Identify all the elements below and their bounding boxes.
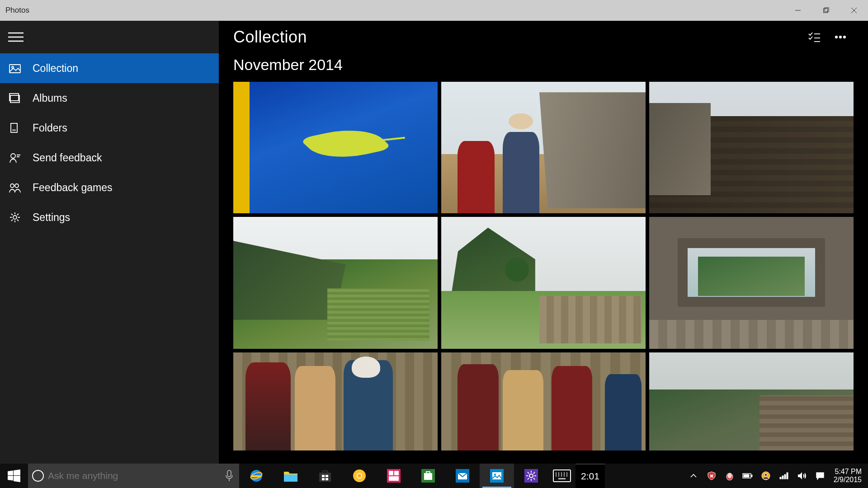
- taskbar-app-mail[interactable]: [445, 464, 480, 488]
- tray-app-icon[interactable]: [721, 471, 739, 480]
- canary-icon: [352, 469, 367, 483]
- photo-thumbnail[interactable]: [233, 82, 438, 213]
- sidebar-item-label: Albums: [33, 92, 67, 104]
- maximize-button[interactable]: [812, 0, 840, 21]
- photo-thumbnail[interactable]: [649, 82, 854, 213]
- photo-thumbnail[interactable]: [649, 352, 854, 450]
- mail-icon: [456, 469, 469, 483]
- minimize-icon: [795, 7, 801, 14]
- sidebar-item-label: Feedback games: [33, 182, 112, 194]
- more-button[interactable]: [827, 24, 854, 50]
- taskbar-clock[interactable]: 5:47 PM 2/9/2015: [829, 468, 868, 484]
- sidebar-item-feedback-games[interactable]: Feedback games: [0, 173, 219, 202]
- sidebar-item-folders[interactable]: Folders: [0, 113, 219, 143]
- tray-notifications-icon[interactable]: [811, 472, 829, 480]
- cortana-icon: [28, 470, 48, 482]
- close-button[interactable]: [840, 0, 868, 21]
- clock-date: 2/9/2015: [834, 476, 862, 484]
- taskbar-app-store[interactable]: [308, 464, 342, 488]
- hamburger-icon: [8, 32, 24, 42]
- windows-icon: [8, 469, 20, 482]
- sidebar-item-collection[interactable]: Collection: [0, 53, 219, 83]
- tray-overflow-button[interactable]: [684, 474, 703, 478]
- svg-rect-36: [389, 471, 393, 475]
- taskbar-app-settings[interactable]: [514, 464, 548, 488]
- taskbar-app-news[interactable]: [377, 464, 411, 488]
- tray-network-icon[interactable]: [775, 472, 793, 479]
- svg-rect-13: [13, 130, 15, 131]
- tray-security-icon[interactable]: ✕: [703, 471, 721, 480]
- svg-rect-40: [424, 473, 432, 480]
- start-button[interactable]: [0, 464, 28, 488]
- svg-point-16: [15, 184, 19, 188]
- window-title: Photos: [5, 6, 29, 15]
- svg-rect-37: [394, 471, 399, 475]
- svg-rect-44: [492, 472, 501, 479]
- photo-thumbnail[interactable]: [441, 82, 646, 213]
- sidebar-item-send-feedback[interactable]: Send feedback: [0, 143, 219, 173]
- date-group-header[interactable]: November 2014: [219, 53, 868, 82]
- svg-rect-1: [824, 9, 828, 13]
- taskbar-app-explorer[interactable]: [274, 464, 308, 488]
- photos-icon: [490, 469, 504, 483]
- photo-thumbnail[interactable]: [233, 352, 438, 450]
- secondary-clock[interactable]: 2:01: [576, 464, 605, 488]
- taskbar-app-chrome-canary[interactable]: [342, 464, 377, 488]
- photo-thumbnail[interactable]: [233, 217, 438, 348]
- hamburger-button[interactable]: [0, 21, 219, 53]
- keyboard-icon: [553, 469, 571, 482]
- more-icon: [834, 30, 847, 44]
- taskbar: 2:01 ✕ 5:47 PM 2/9/2015: [0, 464, 868, 488]
- sidebar: Collection Albums Folders Send feedback …: [0, 21, 219, 464]
- tile-icon: [387, 469, 401, 483]
- tray-volume-icon[interactable]: [793, 472, 811, 480]
- mic-icon[interactable]: [219, 470, 239, 482]
- taskbar-app-xbox[interactable]: [411, 464, 445, 488]
- touch-keyboard-button[interactable]: [548, 464, 576, 488]
- feedback-games-icon: [8, 181, 22, 194]
- svg-rect-24: [227, 470, 231, 477]
- ie-icon: [249, 468, 264, 483]
- settings-icon: [8, 211, 22, 224]
- albums-icon: [8, 91, 22, 105]
- sidebar-item-label: Send feedback: [33, 152, 102, 164]
- svg-rect-11: [9, 94, 19, 101]
- svg-point-15: [10, 184, 14, 188]
- sidebar-item-settings[interactable]: Settings: [0, 202, 219, 232]
- xbox-store-icon: [421, 469, 435, 483]
- window-titlebar: Photos: [0, 0, 868, 21]
- close-icon: [851, 7, 857, 14]
- search-box[interactable]: [28, 464, 239, 488]
- photo-grid: [219, 82, 868, 450]
- select-button[interactable]: [801, 24, 827, 50]
- taskbar-app-photos[interactable]: [480, 464, 514, 488]
- svg-rect-31: [326, 478, 328, 480]
- minimize-button[interactable]: [784, 0, 812, 21]
- svg-rect-61: [744, 474, 749, 477]
- photo-thumbnail[interactable]: [441, 352, 646, 450]
- svg-point-22: [840, 36, 841, 38]
- svg-rect-2: [825, 8, 829, 12]
- content-area: Collection November 2014: [219, 21, 868, 464]
- svg-point-34: [358, 474, 361, 478]
- tray-user-icon[interactable]: [757, 471, 775, 480]
- maximize-icon: [823, 7, 829, 14]
- photo-thumbnail[interactable]: [441, 217, 646, 348]
- photo-thumbnail[interactable]: [649, 217, 854, 348]
- svg-point-17: [13, 216, 17, 219]
- taskbar-app-ie[interactable]: [239, 464, 274, 488]
- content-header: Collection: [219, 21, 868, 53]
- svg-rect-65: [782, 476, 783, 479]
- svg-rect-10: [10, 95, 19, 103]
- gear-tile-icon: [524, 469, 538, 483]
- svg-point-21: [835, 36, 837, 38]
- collection-icon: [8, 61, 22, 75]
- tray-power-icon[interactable]: [739, 472, 757, 479]
- folders-icon: [8, 121, 22, 135]
- search-input[interactable]: [48, 470, 219, 481]
- svg-rect-29: [326, 475, 328, 477]
- svg-rect-30: [322, 478, 325, 480]
- sidebar-item-albums[interactable]: Albums: [0, 83, 219, 113]
- svg-point-23: [844, 36, 845, 38]
- sidebar-item-label: Folders: [33, 122, 67, 134]
